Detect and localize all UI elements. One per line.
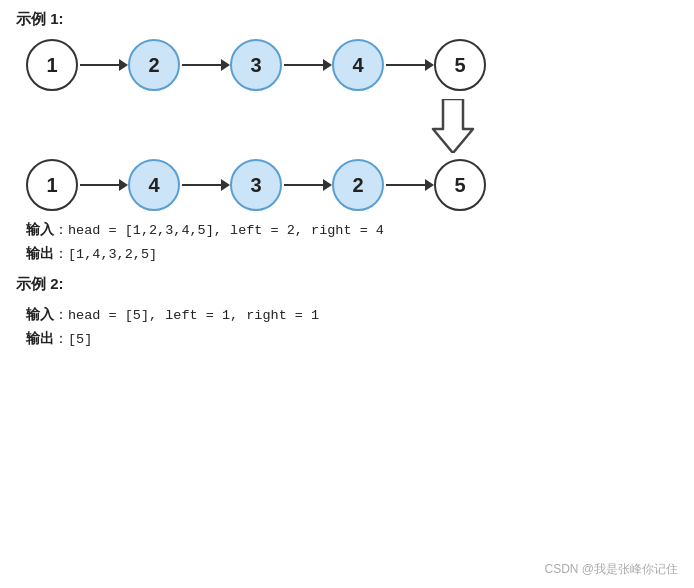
arrow-3-bottom bbox=[282, 184, 332, 186]
example1-output-value: [1,4,3,2,5] bbox=[68, 247, 157, 262]
example2-input-line: 输入：head = [5], left = 1, right = 1 bbox=[26, 304, 678, 328]
example2-text: 输入：head = [5], left = 1, right = 1 输出：[5… bbox=[16, 304, 678, 352]
node-5-bottom: 5 bbox=[434, 159, 486, 211]
svg-marker-0 bbox=[433, 99, 473, 153]
watermark: CSDN @我是张峰你记住 bbox=[544, 561, 678, 578]
example1-input-line: 输入：head = [1,2,3,4,5], left = 2, right =… bbox=[26, 219, 678, 243]
node-2-bottom: 2 bbox=[332, 159, 384, 211]
node-1-bottom: 1 bbox=[26, 159, 78, 211]
example1-input-label: 输入 bbox=[26, 222, 54, 237]
node-3-top: 3 bbox=[230, 39, 282, 91]
example2-input-value: head = [5], left = 1, right = 1 bbox=[68, 308, 319, 323]
down-arrow bbox=[228, 99, 678, 153]
example1-bottom-diagram: 1 4 3 2 5 bbox=[16, 159, 678, 211]
down-arrow-container bbox=[16, 99, 678, 153]
example2-output-value: [5] bbox=[68, 332, 92, 347]
arrow-1-top bbox=[78, 64, 128, 66]
node-3-bottom: 3 bbox=[230, 159, 282, 211]
example1-output-line: 输出：[1,4,3,2,5] bbox=[26, 243, 678, 267]
example1-title: 示例 1: bbox=[16, 10, 678, 29]
arrow-3-top bbox=[282, 64, 332, 66]
node-1-top: 1 bbox=[26, 39, 78, 91]
example1-input-value: head = [1,2,3,4,5], left = 2, right = 4 bbox=[68, 223, 384, 238]
example1-top-diagram: 1 2 3 4 5 bbox=[16, 39, 678, 91]
arrow-1-bottom bbox=[78, 184, 128, 186]
arrow-2-bottom bbox=[180, 184, 230, 186]
example2-output-line: 输出：[5] bbox=[26, 328, 678, 352]
node-4-bottom: 4 bbox=[128, 159, 180, 211]
node-4-top: 4 bbox=[332, 39, 384, 91]
example1-text: 输入：head = [1,2,3,4,5], left = 2, right =… bbox=[16, 219, 678, 267]
example2-input-label: 输入 bbox=[26, 307, 54, 322]
arrow-4-bottom bbox=[384, 184, 434, 186]
example2-title: 示例 2: bbox=[16, 275, 678, 294]
node-2-top: 2 bbox=[128, 39, 180, 91]
arrow-4-top bbox=[384, 64, 434, 66]
node-5-top: 5 bbox=[434, 39, 486, 91]
example2-output-label: 输出 bbox=[26, 331, 54, 346]
example1-output-label: 输出 bbox=[26, 246, 54, 261]
arrow-2-top bbox=[180, 64, 230, 66]
